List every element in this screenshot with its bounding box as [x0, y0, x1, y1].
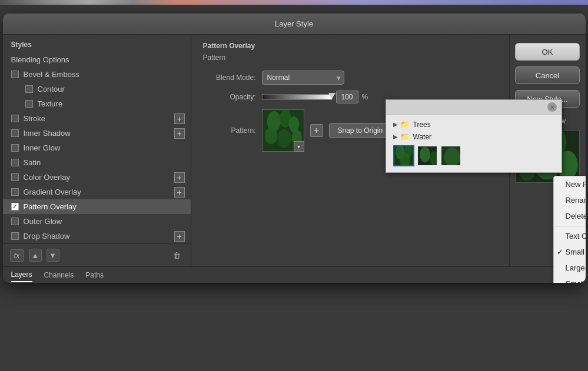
ctx-new-pattern[interactable]: New Pattern... — [554, 176, 586, 192]
svg-point-12 — [420, 147, 430, 162]
title-bar: Layer Style — [3, 14, 586, 35]
picker-body: ▶ 📁 Trees ▶ 📁 Water — [386, 115, 562, 172]
ctx-rename-pattern[interactable]: Rename Pattern... — [554, 192, 586, 208]
snap-to-origin-button[interactable]: Snap to Origin — [329, 123, 392, 138]
drop-shadow-plus-btn[interactable]: + — [174, 231, 185, 242]
sidebar-item-blending-options[interactable]: Blending Options — [3, 52, 191, 67]
center-panel: Pattern Overlay Pattern Blend Mode: Norm… — [191, 35, 509, 266]
tab-layers[interactable]: Layers — [11, 268, 32, 282]
trees-folder-icon: 📁 — [400, 120, 410, 129]
contour-checkbox[interactable] — [25, 85, 33, 93]
picker-group-water[interactable]: ▶ 📁 Water — [390, 131, 558, 143]
sidebar-item-inner-shadow[interactable]: Inner Shadow + — [3, 126, 191, 141]
sidebar-item-texture[interactable]: Texture — [3, 96, 191, 111]
center-sub-title: Pattern — [191, 52, 509, 68]
move-up-button[interactable]: ▲ — [29, 249, 42, 262]
tab-paths[interactable]: Paths — [85, 269, 104, 282]
sidebar-item-bevel-emboss[interactable]: Bevel & Emboss — [3, 67, 191, 82]
pattern-item-inner-1 — [394, 146, 413, 165]
ctx-small-thumbnail[interactable]: Small Thumbnail — [554, 244, 586, 260]
water-chevron-icon: ▶ — [393, 133, 398, 140]
color-overlay-plus-btn[interactable]: + — [174, 172, 185, 183]
cancel-button[interactable]: Cancel — [515, 66, 580, 84]
color-overlay-checkbox[interactable] — [11, 173, 19, 181]
satin-checkbox[interactable] — [11, 159, 19, 166]
pattern-overlay-label: Pattern Overlay — [24, 202, 77, 211]
bottom-panel: Layers Channels Paths — [3, 266, 586, 283]
picker-group-trees[interactable]: ▶ 📁 Trees — [390, 118, 558, 131]
pattern-dropdown-arrow[interactable]: ▾ — [294, 141, 304, 152]
bevel-emboss-checkbox[interactable] — [11, 71, 19, 78]
sidebar-item-pattern-overlay[interactable]: Pattern Overlay — [3, 199, 191, 214]
ctx-large-thumbnail[interactable]: Large Thumbnail — [554, 260, 586, 276]
pattern-item-inner-2 — [418, 146, 437, 165]
fx-button[interactable]: fx — [10, 249, 24, 262]
pattern-thumbnails-row — [390, 143, 558, 169]
trees-chevron-icon: ▶ — [393, 121, 398, 128]
blend-mode-select[interactable]: Normal Multiply Screen Overlay — [262, 71, 344, 85]
pattern-label: Pattern: — [203, 126, 256, 135]
layer-style-dialog: Layer Style Styles Blending Options Beve… — [3, 14, 586, 283]
pattern-item-1[interactable] — [393, 145, 414, 166]
dialog-wrapper: Layer Style Styles Blending Options Beve… — [0, 5, 588, 371]
blend-mode-select-wrapper[interactable]: Normal Multiply Screen Overlay — [262, 71, 344, 85]
trees-group-label: Trees — [413, 121, 431, 129]
sidebar-item-color-overlay[interactable]: Color Overlay + — [3, 170, 191, 185]
opacity-slider[interactable] — [262, 94, 333, 100]
water-folder-icon: 📁 — [400, 132, 410, 141]
stroke-label: Stroke — [24, 114, 46, 123]
outer-glow-checkbox[interactable] — [11, 218, 19, 225]
svg-point-4 — [264, 127, 277, 144]
opacity-input[interactable] — [336, 91, 358, 103]
svg-point-5 — [277, 129, 291, 148]
sidebar-item-inner-glow[interactable]: Inner Glow — [3, 141, 191, 155]
bevel-emboss-label: Bevel & Emboss — [24, 70, 79, 79]
move-down-button[interactable]: ▼ — [46, 249, 59, 262]
stroke-checkbox[interactable] — [11, 115, 19, 122]
opacity-controls: % — [262, 91, 368, 103]
inner-shadow-plus-btn[interactable]: + — [174, 128, 185, 139]
sidebar-list: Blending Options Bevel & Emboss Contour — [3, 52, 191, 243]
sidebar-item-contour[interactable]: Contour — [3, 82, 191, 96]
pattern-item-3[interactable] — [440, 145, 461, 166]
sidebar-item-stroke[interactable]: Stroke + — [3, 111, 191, 126]
picker-header: ✕ — [386, 100, 562, 115]
sidebar-item-satin[interactable]: Satin — [3, 155, 191, 170]
picker-close-button[interactable]: ✕ — [547, 102, 557, 112]
left-panel: Styles Blending Options Bevel & Emboss — [3, 35, 191, 266]
drop-shadow-label: Drop Shadow — [24, 232, 70, 240]
ctx-text-only[interactable]: Text Only — [554, 228, 586, 244]
sidebar-item-drop-shadow[interactable]: Drop Shadow + — [3, 229, 191, 243]
ctx-separator-1 — [554, 226, 586, 226]
outer-glow-label: Outer Glow — [24, 217, 62, 226]
inner-shadow-checkbox[interactable] — [11, 129, 19, 137]
pattern-preview-wrapper: ▾ — [262, 109, 304, 152]
pattern-overlay-checkbox[interactable] — [11, 203, 19, 210]
center-section-title: Pattern Overlay — [191, 35, 509, 52]
texture-checkbox[interactable] — [25, 100, 33, 108]
ok-button[interactable]: OK — [515, 43, 580, 61]
gradient-overlay-checkbox[interactable] — [11, 188, 19, 196]
drop-shadow-checkbox[interactable] — [11, 232, 19, 240]
color-overlay-label: Color Overlay — [24, 173, 70, 182]
delete-button[interactable]: 🗑 — [171, 249, 184, 262]
opacity-slider-thumb — [328, 93, 335, 99]
contour-label: Contour — [38, 85, 65, 93]
dialog-title: Layer Style — [275, 19, 313, 28]
dialog-body: Styles Blending Options Bevel & Emboss — [3, 35, 586, 266]
stroke-plus-btn[interactable]: + — [174, 113, 185, 124]
pattern-add-button[interactable]: + — [310, 124, 323, 137]
sidebar-item-outer-glow[interactable]: Outer Glow — [3, 214, 191, 229]
opacity-percent: % — [362, 93, 368, 101]
tab-channels[interactable]: Channels — [44, 269, 74, 282]
pattern-picker-popup: ✕ ▶ 📁 Trees ▶ 📁 Water — [386, 99, 562, 173]
blend-mode-label: Blend Mode: — [203, 73, 256, 82]
inner-shadow-label: Inner Shadow — [24, 129, 71, 138]
gradient-overlay-plus-btn[interactable]: + — [174, 187, 185, 198]
texture-label: Texture — [38, 99, 63, 108]
inner-glow-checkbox[interactable] — [11, 144, 19, 152]
ctx-delete-pattern[interactable]: Delete Pattern... — [554, 208, 586, 224]
ctx-small-list[interactable]: Small List — [554, 276, 586, 283]
sidebar-item-gradient-overlay[interactable]: Gradient Overlay + — [3, 185, 191, 199]
pattern-item-2[interactable] — [417, 145, 438, 166]
